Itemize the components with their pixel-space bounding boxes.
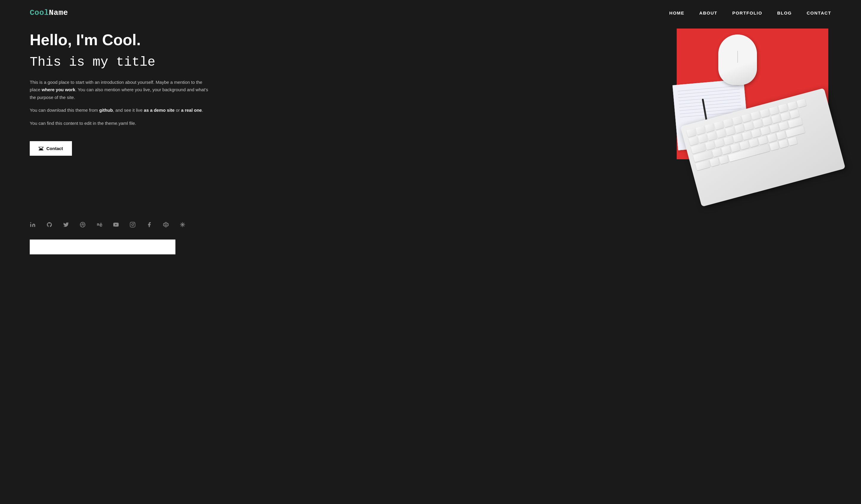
key [742,131,752,140]
svg-point-0 [30,222,31,223]
notebook-line [679,95,740,101]
key [771,114,781,123]
github-link[interactable]: github [99,108,113,113]
key [749,138,758,147]
key [695,160,710,171]
notebook-line [679,102,741,108]
key [698,134,708,143]
nav-home[interactable]: HOME [669,10,684,15]
contact-button[interactable]: Contact [30,141,72,156]
key [769,106,779,115]
logo-name: Name [49,8,68,17]
behance-icon[interactable] [96,222,102,228]
notebook-line [679,105,741,111]
key [686,128,696,137]
key [732,116,742,125]
dribbble-icon[interactable] [80,222,86,228]
key [753,120,763,128]
youtube-icon[interactable] [113,222,119,228]
github-social-icon[interactable] [46,222,52,228]
key [710,158,720,167]
key [705,123,714,132]
notebook-line [679,99,740,104]
social-bar [0,210,861,239]
key [707,132,717,141]
key [760,109,770,117]
mouse [718,34,757,85]
logo: CoolName [30,8,68,17]
key [719,155,729,164]
key [779,139,789,148]
key [743,122,753,131]
svg-rect-3 [130,222,135,227]
key [733,134,742,143]
snowflake-icon[interactable] [180,222,186,228]
key [739,141,749,150]
key [767,134,777,142]
key [741,113,751,123]
key [780,112,790,121]
key [688,136,698,145]
facebook-icon[interactable] [146,222,152,228]
key [721,145,731,155]
notebook-line [679,92,740,98]
svg-point-5 [134,223,134,224]
codepen-icon[interactable] [163,222,169,228]
key [734,124,744,133]
hero-title: This is my title [30,54,208,70]
twitter-icon[interactable] [63,222,69,228]
key [751,129,761,138]
hero-image-container [659,29,831,171]
nav: HOME ABOUT PORTFOLIO BLOG CONTACT [669,10,831,15]
key [730,143,740,152]
key [724,136,734,145]
key [788,137,797,145]
nav-portfolio[interactable]: PORTFOLIO [732,10,762,15]
instagram-icon[interactable] [129,222,136,228]
key [714,121,724,130]
key [779,121,789,130]
hero-description-2: You can download this theme from github,… [30,107,208,114]
key [716,129,726,138]
hero-description-1: This is a good place to start with an in… [30,79,208,101]
hero-image [659,29,831,171]
nav-about[interactable]: ABOUT [699,10,718,15]
key [762,117,772,126]
hero-description-3: You can find this content to edit in the… [30,120,208,127]
logo-cool: Cool [30,8,49,17]
key [769,124,779,133]
hero-greeting: Hello, I'm Cool. [30,31,208,48]
key [712,148,722,157]
key [787,101,797,110]
mouse-scroll-line [738,51,738,63]
envelope-icon [39,147,43,150]
demo-link[interactable]: as a demo site [144,108,175,113]
key [778,104,788,113]
hero-left: Hello, I'm Cool. This is my title This i… [30,31,208,156]
key [769,142,779,151]
notebook-line [678,86,739,91]
key [796,99,806,108]
key [751,111,761,120]
svg-point-4 [132,224,134,226]
key [723,118,733,127]
key [714,139,724,148]
nav-contact[interactable]: CONTACT [807,10,831,15]
nav-blog[interactable]: BLOG [777,10,792,15]
contact-btn-label: Contact [46,146,63,151]
real-link[interactable]: a real one [181,108,202,113]
key [695,126,705,135]
key [758,136,768,145]
key [725,127,735,136]
key [760,126,770,135]
key [705,141,715,150]
key [776,131,786,140]
header: CoolName HOME ABOUT PORTFOLIO BLOG CONTA… [0,0,861,26]
white-section [30,239,175,254]
linkedin-icon[interactable] [30,222,36,228]
hero-section: Hello, I'm Cool. This is my title This i… [0,26,861,210]
notebook-line [678,89,740,95]
key [790,109,800,118]
